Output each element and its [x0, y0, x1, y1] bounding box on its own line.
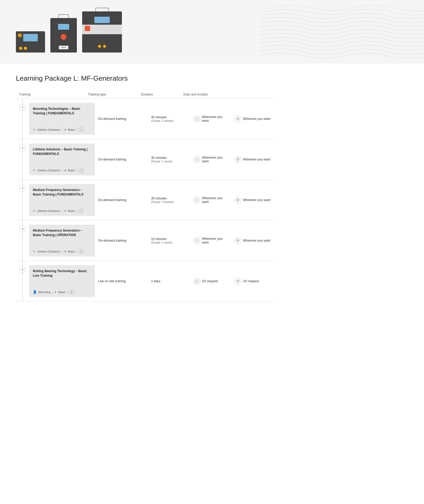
meta-extra-icon: ✎	[79, 127, 84, 132]
training-title: Mounting Technologies – Basic Training |…	[33, 107, 91, 116]
meta-level: Basic	[58, 290, 65, 294]
wave-decoration	[260, 0, 424, 64]
meta-star: ✦	[64, 128, 67, 132]
col-header-duration: Duration	[141, 93, 183, 96]
training-meta: 👤 Mounting | ✦ Basic | €	[33, 290, 91, 294]
main-content: Learning Package L: MF-Generators Traini…	[0, 64, 292, 312]
table-row[interactable]: 5 Rolling Bearing Technology – Basic Liv…	[16, 261, 276, 302]
duration-value: 2 days	[151, 279, 193, 283]
training-title: Lifetime Solutions – Basic Training | FU…	[33, 147, 91, 156]
meta-sep2: |	[77, 169, 78, 172]
clock-icon	[193, 115, 200, 122]
page-title: Learning Package L: MF-Generators	[16, 74, 276, 82]
date-col: Whenever you want	[193, 156, 235, 163]
training-meta: ↻ Lifetime Solutions | ✦ Basic | ✎	[33, 168, 91, 173]
training-card[interactable]: Rolling Bearing Technology – Basic Live …	[29, 265, 95, 297]
meta-sep1: |	[52, 290, 53, 294]
meta-extra-icon: ✎	[79, 168, 84, 173]
table-header: Training Training type Duration Date and…	[16, 90, 276, 99]
meta-label: Lifetime Solutions	[37, 128, 60, 131]
meta-type-icon: ↻	[33, 250, 36, 253]
training-title: Medium Frequency Generators – Basic Trai…	[33, 228, 91, 237]
clock-icon	[193, 278, 200, 285]
pin-icon	[235, 156, 241, 163]
meta-sep1: |	[62, 209, 63, 212]
col-header-date: Date and location	[183, 93, 228, 96]
training-table: Training Training type Duration Date and…	[16, 90, 276, 302]
row-content: Medium Frequency Generators – Basic Trai…	[29, 220, 276, 261]
svg-point-9	[237, 280, 239, 282]
training-meta: ↻ Lifetime Solutions | ✦ Basic | ✎	[33, 208, 91, 213]
location-label: Wherever you want	[243, 198, 270, 202]
row-number: 5	[19, 266, 26, 273]
location-col: On request	[235, 278, 276, 285]
location-col: Wherever you want	[235, 237, 276, 244]
row-content: Lifetime Solutions – Basic Training | FU…	[29, 139, 276, 180]
row-number-col: 3	[16, 180, 29, 220]
pin-icon	[235, 197, 241, 203]
pin-icon	[235, 278, 241, 285]
table-row[interactable]: 3 Medium Frequency Generators – Basic Tr…	[16, 180, 276, 220]
meta-level: Basic	[68, 209, 75, 212]
training-meta: ↻ Lifetime Solutions | ✦ Basic | ✎	[33, 127, 91, 132]
date-col: On request	[193, 278, 235, 285]
meta-extra-icon: ✎	[79, 249, 84, 254]
hero-section: ⚠ ━━━━	[0, 0, 424, 64]
training-type: On-demand training	[98, 198, 151, 202]
svg-point-7	[237, 240, 239, 241]
location-label: On request	[243, 279, 259, 283]
row-content: Rolling Bearing Technology – Basic Live …	[29, 261, 276, 301]
training-type: On-demand training	[98, 117, 151, 121]
table-row[interactable]: 4 Medium Frequency Generators – Basic Tr…	[16, 220, 276, 261]
training-type: On-demand training	[98, 158, 151, 161]
meta-extra-icon: ✎	[79, 208, 84, 213]
date-col: Whenever you want	[193, 115, 235, 123]
meta-sep2: |	[67, 290, 68, 294]
pin-icon	[235, 115, 241, 122]
training-meta: ↻ Lifetime Solutions | ✦ Basic | ✎	[33, 249, 91, 254]
duration-scope: (Scope: 1 asset)	[151, 241, 193, 244]
training-card[interactable]: Medium Frequency Generators – Basic Trai…	[29, 225, 95, 257]
meta-level: Basic	[68, 128, 75, 131]
row-number-col: 5	[16, 261, 29, 301]
meta-label: Lifetime Solutions	[37, 169, 60, 172]
training-duration: 30 minutes (Scope: 1 asset)	[151, 156, 193, 163]
training-card[interactable]: Medium Frequency Generators – Basic Trai…	[29, 184, 95, 216]
meta-star: ✦	[64, 209, 67, 213]
date-label: Whenever you want	[202, 237, 229, 244]
clock-icon	[193, 237, 200, 244]
training-card[interactable]: Mounting Technologies – Basic Training |…	[29, 103, 95, 135]
duration-value: 10 minutes	[151, 237, 193, 241]
meta-extra-icon: €	[69, 290, 74, 294]
row-number: 3	[19, 185, 26, 192]
location-label: Wherever you want	[243, 117, 270, 121]
location-col: Wherever you want	[235, 115, 276, 122]
table-row[interactable]: 1 Mounting Technologies – Basic Training…	[16, 99, 276, 139]
col-header-location	[228, 93, 272, 96]
meta-type-icon: ↻	[33, 168, 36, 172]
meta-sep1: |	[62, 169, 63, 172]
training-duration: 2 days	[151, 279, 193, 283]
training-title: Rolling Bearing Technology – Basic Live …	[33, 269, 91, 278]
machine-3	[82, 11, 122, 53]
duration-value: 40 minutes	[151, 115, 193, 119]
date-col: Whenever you want	[193, 237, 235, 244]
training-title: Medium Frequency Generators – Basic Trai…	[33, 188, 91, 197]
row-number: 4	[19, 226, 26, 232]
training-card[interactable]: Lifetime Solutions – Basic Training | FU…	[29, 144, 95, 175]
date-label: Whenever you want	[202, 156, 229, 163]
meta-level: Basic	[68, 169, 75, 172]
date-label: On request	[202, 279, 218, 283]
machine-2: ━━━━	[50, 18, 77, 53]
meta-type-icon: ↻	[33, 209, 36, 213]
meta-type-icon: ↻	[33, 128, 36, 132]
col-header-type: Training type	[88, 93, 141, 96]
meta-label: Lifetime Solutions	[37, 209, 60, 212]
table-row[interactable]: 2 Lifetime Solutions – Basic Training | …	[16, 139, 276, 180]
meta-sep2: |	[77, 209, 78, 212]
meta-level: Basic	[68, 250, 75, 253]
svg-point-3	[237, 159, 239, 160]
training-duration: 30 minutes (Scope: 3 assets)	[151, 197, 193, 203]
row-number-col: 2	[16, 139, 29, 180]
col-header-training: Training	[19, 93, 88, 96]
